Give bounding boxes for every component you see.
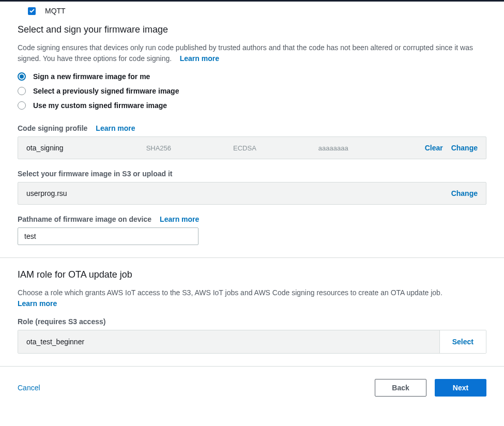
s3-image-label: Select your firmware image in S3 or uplo…: [18, 170, 173, 178]
role-select-button[interactable]: Select: [439, 330, 486, 353]
radio-option-select-previous[interactable]: Select a previously signed firmware imag…: [18, 87, 486, 95]
role-box: ota_test_beginner Select: [18, 330, 486, 354]
radio-sign-new[interactable]: [18, 72, 26, 81]
role-label: Role (requires S3 access): [18, 317, 105, 326]
signing-profile-algorithm: ECDSA: [233, 144, 256, 152]
next-button[interactable]: Next: [435, 379, 486, 397]
radio-option-custom[interactable]: Use my custom signed firmware image: [18, 101, 486, 110]
signing-profile-box: ota_signing SHA256 ECDSA aaaaaaaa Clear …: [18, 136, 486, 159]
cancel-button[interactable]: Cancel: [18, 384, 40, 392]
signing-profile-value: ota_signing: [26, 144, 64, 152]
radio-select-previous[interactable]: [18, 87, 26, 95]
firmware-title: Select and sign your firmware image: [18, 24, 486, 35]
mqtt-label: MQTT: [45, 7, 66, 15]
pathname-label: Pathname of firmware image on device: [18, 215, 151, 223]
back-button[interactable]: Back: [375, 379, 426, 397]
signing-option-group: Sign a new firmware image for me Select …: [18, 72, 486, 110]
iam-section: IAM role for OTA update job Choose a rol…: [0, 257, 504, 366]
firmware-section: MQTT Select and sign your firmware image…: [0, 2, 504, 257]
radio-custom-label: Use my custom signed firmware image: [33, 101, 167, 110]
iam-description: Choose a role which grants AWS IoT acces…: [18, 287, 486, 309]
radio-select-previous-label: Select a previously signed firmware imag…: [33, 87, 179, 95]
firmware-description: Code signing ensures that devices only r…: [18, 42, 486, 64]
signing-profile-extra: aaaaaaaa: [318, 144, 348, 152]
wizard-footer: Cancel Back Next: [0, 366, 504, 409]
pathname-learn-more[interactable]: Learn more: [160, 215, 199, 223]
radio-option-sign-new[interactable]: Sign a new firmware image for me: [18, 72, 486, 81]
signing-profile-label: Code signing profile: [18, 124, 87, 132]
radio-sign-new-label: Sign a new firmware image for me: [33, 72, 150, 81]
firmware-learn-more[interactable]: Learn more: [180, 54, 219, 63]
iam-description-text: Choose a role which grants AWS IoT acces…: [18, 288, 442, 297]
s3-image-box: userprog.rsu Change: [18, 182, 486, 205]
s3-image-change[interactable]: Change: [451, 189, 478, 197]
mqtt-checkbox-row[interactable]: MQTT: [28, 7, 486, 15]
s3-image-value: userprog.rsu: [26, 189, 67, 197]
pathname-input[interactable]: [18, 227, 198, 245]
role-value: ota_test_beginner: [18, 330, 439, 353]
signing-profile-clear[interactable]: Clear: [425, 144, 443, 152]
firmware-description-text: Code signing ensures that devices only r…: [18, 43, 473, 63]
signing-profile-hash: SHA256: [146, 144, 171, 152]
signing-profile-change[interactable]: Change: [451, 144, 478, 152]
iam-title: IAM role for OTA update job: [18, 269, 486, 280]
radio-custom[interactable]: [18, 101, 26, 110]
mqtt-checkbox[interactable]: [28, 7, 36, 15]
check-icon: [29, 9, 35, 13]
signing-profile-learn-more[interactable]: Learn more: [96, 124, 135, 132]
iam-learn-more[interactable]: Learn more: [18, 299, 57, 308]
